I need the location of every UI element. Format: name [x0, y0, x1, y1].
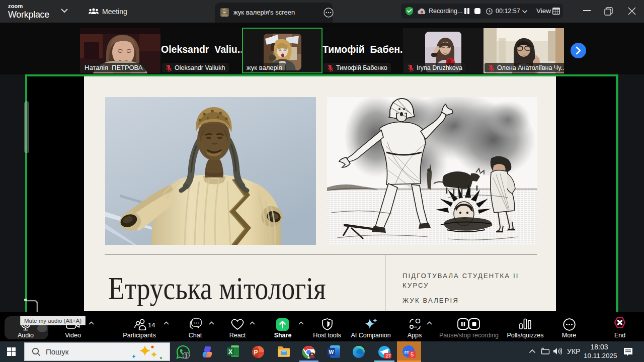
svg-text:P: P [254, 349, 258, 356]
svg-text:5: 5 [411, 351, 414, 357]
svg-text:.27: .27 [384, 353, 391, 358]
svg-text:1: 1 [185, 353, 188, 358]
svg-text:X: X [228, 348, 232, 355]
svg-text:W: W [329, 349, 334, 355]
